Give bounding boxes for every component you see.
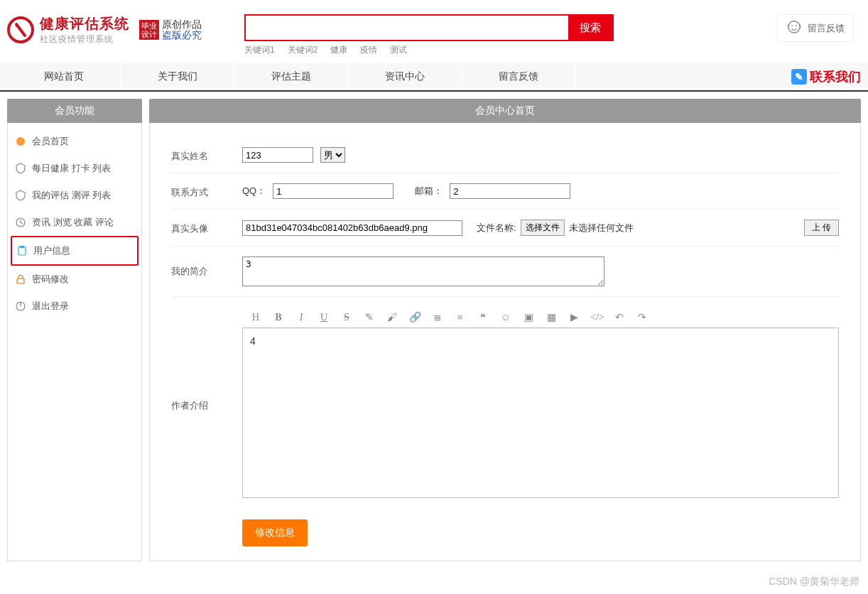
lock-icon [15, 274, 26, 285]
sidebar-item-news[interactable]: 资讯 浏览 收藏 评论 [11, 209, 139, 236]
badge-script: 原创作品 盗版必究 [162, 19, 202, 41]
contact-us-link[interactable]: ✎ 联系我们 [791, 68, 861, 85]
email-input[interactable] [450, 183, 570, 199]
nav-news[interactable]: 资讯中心 [348, 63, 462, 90]
label-contact: 联系方式 [171, 183, 242, 199]
editor-italic-icon[interactable]: I [295, 312, 308, 323]
sidebar-item-assessment[interactable]: 我的评估 测评 列表 [11, 182, 139, 209]
label-file-name: 文件名称: [477, 222, 516, 234]
contact-icon: ✎ [791, 69, 807, 85]
sidebar-item-daily[interactable]: 每日健康 打卡 列表 [11, 155, 139, 182]
nav-home[interactable]: 网站首页 [7, 63, 121, 90]
label-avatar: 真实头像 [171, 220, 242, 235]
app-title: 健康评估系统 [40, 14, 129, 33]
svg-point-0 [16, 24, 18, 27]
logo-icon [7, 16, 34, 43]
label-brief: 我的简介 [171, 256, 242, 278]
shield-icon [15, 163, 26, 174]
svg-point-3 [796, 25, 797, 26]
keyword-link[interactable]: 测试 [390, 44, 407, 56]
sidebar-header: 会员功能 [7, 99, 142, 123]
editor-align-icon[interactable]: ≡ [454, 312, 467, 323]
qq-input[interactable] [273, 183, 394, 199]
keyword-link[interactable]: 疫情 [360, 44, 377, 56]
editor-font-icon[interactable]: ✎ [363, 311, 376, 323]
feedback-button[interactable]: 留言反馈 [777, 14, 854, 42]
no-file-text: 未选择任何文件 [569, 222, 634, 234]
editor-strike-icon[interactable]: S [340, 312, 353, 323]
avatar-filename-input[interactable] [242, 220, 462, 236]
svg-rect-7 [20, 246, 24, 248]
sidebar-item-password[interactable]: 密码修改 [11, 266, 139, 293]
svg-point-1 [788, 21, 801, 33]
editor-list-icon[interactable]: ≣ [431, 311, 444, 323]
editor-emoji-icon[interactable]: ☺ [499, 312, 512, 323]
nav-about[interactable]: 关于我们 [121, 63, 234, 90]
sidebar-item-home[interactable]: 会员首页 [11, 128, 139, 155]
label-qq: QQ： [242, 185, 266, 198]
submit-button[interactable]: 修改信息 [242, 519, 308, 546]
badge-red: 毕业 设计 [139, 20, 159, 40]
editor-brush-icon[interactable]: 🖌 [386, 312, 398, 323]
author-intro-editor[interactable]: 4 [242, 328, 839, 498]
content-header: 会员中心首页 [149, 99, 861, 123]
editor-code-icon[interactable]: </> [590, 312, 603, 323]
nav-feedback[interactable]: 留言反馈 [462, 63, 575, 90]
svg-rect-8 [17, 279, 24, 284]
keyword-link[interactable]: 关键词1 [244, 44, 275, 56]
clipboard-icon [16, 245, 28, 256]
shield-icon [15, 190, 26, 201]
power-icon [15, 301, 26, 312]
nav-topics[interactable]: 评估主题 [234, 63, 348, 90]
upload-button[interactable]: 上 传 [804, 220, 839, 236]
editor-undo-icon[interactable]: ↶ [613, 311, 626, 323]
clock-icon [15, 217, 26, 228]
keyword-link[interactable]: 健康 [330, 44, 347, 56]
editor-image-icon[interactable]: ▣ [522, 311, 535, 323]
editor-quote-icon[interactable]: ❝ [477, 311, 489, 323]
search-input[interactable] [246, 16, 568, 40]
label-email: 邮箱： [415, 185, 443, 198]
svg-point-4 [16, 137, 25, 146]
editor-bold-icon[interactable]: B [272, 312, 285, 323]
search-keywords: 关键词1 关键词2 健康 疫情 测试 [244, 44, 614, 56]
sidebar-item-logout[interactable]: 退出登录 [11, 293, 139, 320]
label-author-intro: 作者介绍 [171, 307, 242, 498]
home-icon [15, 136, 26, 147]
app-subtitle: 社区疫情管理系统 [40, 33, 129, 45]
editor-redo-icon[interactable]: ↷ [636, 311, 649, 323]
sidebar-item-userinfo[interactable]: 用户信息 [11, 236, 139, 266]
editor-link-icon[interactable]: 🔗 [408, 311, 421, 323]
editor-video-icon[interactable]: ▶ [568, 311, 580, 323]
logo-area: 健康评估系统 社区疫情管理系统 毕业 设计 原创作品 盗版必究 [7, 14, 202, 45]
editor-underline-icon[interactable]: U [318, 312, 330, 323]
search-button[interactable]: 搜索 [568, 16, 612, 40]
editor-toolbar: H B I U S ✎ 🖌 🔗 ≣ ≡ ❝ ☺ ▣ ▦ ▶ [242, 307, 839, 328]
label-real-name: 真实姓名 [171, 147, 242, 163]
brief-textarea[interactable] [242, 256, 604, 286]
keyword-link[interactable]: 关键词2 [288, 44, 318, 56]
gender-select[interactable]: 男 [320, 147, 345, 163]
svg-point-2 [791, 25, 793, 26]
real-name-input[interactable] [242, 147, 313, 163]
support-icon [786, 19, 802, 37]
editor-heading-icon[interactable]: H [249, 312, 262, 323]
editor-table-icon[interactable]: ▦ [545, 311, 558, 323]
choose-file-button[interactable]: 选择文件 [521, 220, 565, 236]
